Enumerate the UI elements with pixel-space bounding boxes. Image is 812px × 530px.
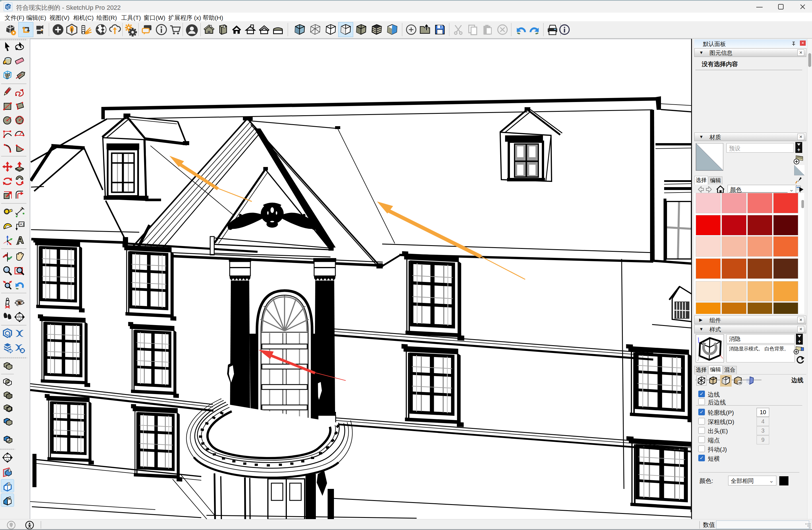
svg-text:A-5: A-5: [5, 458, 10, 461]
svg-text:A-5: A-5: [17, 318, 21, 321]
svg-text:A1: A1: [20, 222, 25, 226]
svg-text:C: C: [18, 313, 20, 317]
svg-text:C: C: [6, 454, 8, 457]
svg-text:ok: ok: [739, 381, 742, 384]
